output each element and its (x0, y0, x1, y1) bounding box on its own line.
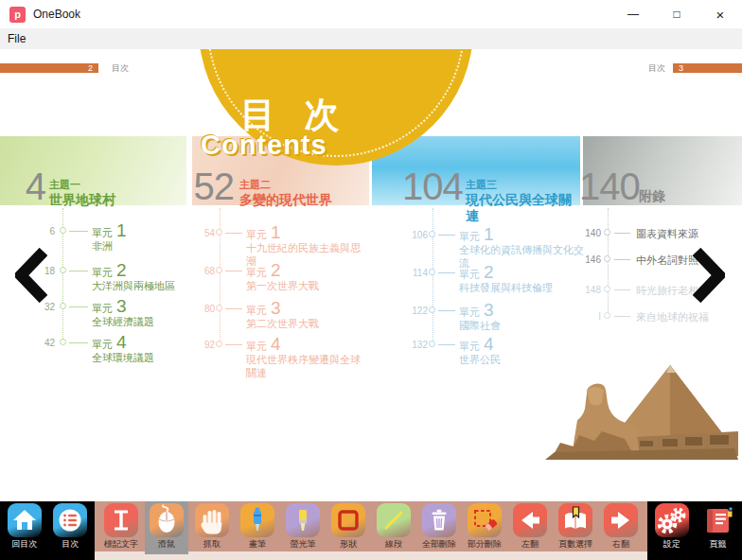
toolbar-button-home[interactable]: 回目次 (3, 503, 46, 553)
toolbar-button-pen[interactable]: 畫筆 (236, 503, 279, 553)
toolbar-button-toc-list[interactable]: 目次 (48, 503, 92, 553)
menu-bar: File (0, 28, 742, 49)
highlighter-icon (286, 503, 320, 537)
bookmark-icon (700, 503, 734, 537)
toolbar-button-bookmark[interactable]: 頁籤 (696, 503, 739, 553)
toc-item-page: 42 (0, 338, 55, 348)
theme-label: 主題一 (49, 179, 115, 192)
toc-item-dash (225, 271, 242, 271)
toolbar-button-label: 目次 (62, 538, 79, 551)
title-bar: p OneBook — □ × (0, 0, 742, 28)
delete-all-icon (422, 503, 456, 537)
toc-item-title: 中外名詞對照 (636, 254, 698, 268)
toc-item-marker (604, 286, 610, 292)
cover-title-en: Contents (201, 130, 327, 161)
unit-number: 3 (484, 300, 494, 320)
toc-item-unit: 單元4 (92, 332, 127, 353)
toc-item-title: 圖表資料來源 (636, 227, 698, 241)
toc-item-dash (614, 259, 630, 260)
toolbar-button-delete-part[interactable]: 部分刪除 (463, 503, 506, 553)
unit-label: 單元 (459, 341, 480, 352)
toc-item-marker (604, 312, 610, 319)
unit-label: 單元 (459, 306, 480, 318)
toolbar-button-label: 頁籤 (709, 538, 726, 551)
toolbar-button-settings[interactable]: 設定 (650, 503, 694, 553)
delete-part-icon (468, 503, 502, 537)
toc-item-page: 106 (372, 230, 428, 240)
maximize-button[interactable]: □ (655, 0, 698, 28)
toolbar-zone-center: 標記文字滑鼠抓取畫筆螢光筆形狀線段全部刪除部分刪除左翻頁數選擇右翻 (95, 501, 647, 560)
toolbar-button-label: 畫筆 (249, 538, 266, 551)
toc-item-page: 114 (372, 268, 428, 278)
toc-item-dash (69, 306, 88, 307)
prev-page-button[interactable] (15, 248, 47, 303)
unit-number: 4 (484, 334, 494, 354)
toc-item-page: I (577, 311, 601, 322)
close-button[interactable]: × (698, 0, 742, 28)
toc-item-unit: 單元4 (459, 334, 494, 355)
toc-item-title: 國際社會 (459, 319, 584, 332)
toc-item-unit: 單元2 (92, 260, 127, 281)
toolbar-button-page-select[interactable]: 頁數選擇 (554, 503, 597, 553)
unit-label: 單元 (246, 341, 267, 352)
toc-item-title: 第一次世界大戰 (246, 279, 367, 292)
menu-file[interactable]: File (0, 32, 33, 45)
toc-item-page: 54 (189, 228, 215, 238)
home-icon (8, 503, 42, 537)
minimize-button[interactable]: — (611, 0, 655, 28)
toolbar-button-mouse[interactable]: 滑鼠 (145, 501, 188, 554)
toc-item-marker (60, 227, 66, 234)
toolbar-button-label: 抓取 (203, 538, 221, 551)
unit-number: 1 (271, 222, 281, 242)
toolbar-button-page-right[interactable]: 右翻 (599, 503, 643, 553)
toolbar-button-label: 設定 (663, 538, 680, 551)
timeline-dotted-line (433, 208, 433, 344)
toolbar-button-label: 全部刪除 (422, 538, 456, 551)
toolbar-button-page-left[interactable]: 左翻 (508, 503, 552, 553)
section-page-number: 4 (8, 167, 45, 205)
toc-item-unit: 單元1 (246, 222, 281, 243)
toolbar-button-label: 滑鼠 (158, 538, 175, 551)
toolbar-button-label: 左翻 (521, 538, 539, 551)
toolbar-button-shape[interactable]: 形狀 (327, 503, 370, 553)
unit-label: 單元 (92, 303, 113, 314)
toc-item-page: 80 (189, 304, 215, 314)
toolbar-button-hand[interactable]: 抓取 (190, 503, 234, 553)
toolbar-button-delete-all[interactable]: 全部刪除 (417, 503, 461, 553)
toolbar-button-label: 形狀 (340, 538, 357, 551)
toc-item-page: 6 (0, 226, 55, 236)
unit-label: 單元 (92, 267, 113, 278)
toc-item-dash (614, 316, 630, 317)
section-page-number: 140 (579, 167, 632, 205)
toolbar-button-text-mark[interactable]: 標記文字 (99, 503, 143, 553)
unit-label: 單元 (459, 231, 480, 242)
toc-item-page: 68 (189, 266, 215, 276)
toc-item-marker (60, 303, 66, 309)
toc-item-dash (438, 310, 455, 311)
toc-item-dash (225, 344, 242, 345)
toolbar-button-highlighter[interactable]: 螢光筆 (281, 503, 325, 553)
toc-item-unit: 單元4 (246, 334, 281, 355)
unit-label: 單元 (92, 339, 113, 350)
toc-item-marker (60, 339, 66, 345)
sphinx-pyramid-image (545, 361, 738, 467)
shape-icon (331, 503, 365, 537)
toc-item-page: 148 (577, 285, 601, 295)
toc-item-dash (225, 233, 242, 234)
toc-item-unit: 單元3 (92, 296, 127, 317)
theme-name: 附錄 (639, 188, 665, 205)
toc-item-title: 現代世界秩序變遷與全球關連 (246, 353, 367, 380)
next-page-button[interactable] (693, 248, 725, 303)
toc-item-page: 32 (0, 302, 55, 312)
toc-item-unit: 單元2 (246, 260, 281, 281)
mouse-icon (150, 503, 184, 537)
theme-name: 世界地球村 (49, 192, 115, 209)
toc-item-marker (216, 267, 222, 273)
toolbar-button-line[interactable]: 線段 (372, 503, 415, 553)
toc-item-title: 來自地球的祝福 (636, 310, 709, 324)
toc-item-marker (604, 255, 610, 262)
toolbar-button-label: 線段 (385, 538, 402, 551)
toc-item-dash (69, 231, 88, 232)
toc-item-page: 140 (577, 228, 601, 238)
toc-item-dash (438, 344, 455, 345)
